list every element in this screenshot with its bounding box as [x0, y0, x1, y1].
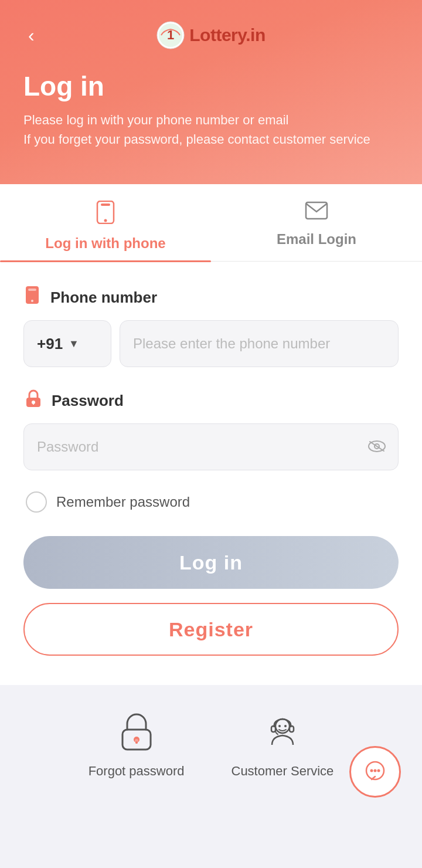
tab-phone[interactable]: Log in with phone: [0, 184, 211, 261]
forgot-password-link[interactable]: Forgot password: [89, 708, 185, 779]
bottom-links: Forgot password Custo: [0, 685, 422, 814]
page-title: Log in: [23, 70, 399, 102]
form-area: Phone number +91 ▼ Password: [0, 262, 422, 685]
svg-point-9: [31, 300, 33, 302]
back-button[interactable]: ‹: [23, 23, 39, 47]
country-code-selector[interactable]: +91 ▼: [23, 320, 111, 367]
svg-rect-23: [290, 726, 294, 732]
customer-service-label: Customer Service: [232, 764, 334, 779]
svg-rect-6: [306, 202, 327, 219]
remember-label: Remember password: [56, 494, 190, 510]
svg-rect-8: [28, 289, 36, 291]
chat-button[interactable]: [349, 746, 401, 798]
header: ‹ 1 Lottery.in Log in Please log in with…: [0, 0, 422, 184]
forgot-password-label: Forgot password: [89, 764, 185, 779]
forgot-password-icon: [113, 708, 160, 755]
tab-email-label: Email Login: [277, 231, 356, 247]
email-tab-icon: [305, 201, 328, 225]
tab-email[interactable]: Email Login: [211, 184, 422, 261]
customer-service-icon: [259, 708, 306, 755]
header-nav: ‹ 1 Lottery.in: [23, 21, 399, 49]
remember-row: Remember password: [23, 491, 399, 513]
tab-phone-underline: [0, 260, 211, 262]
customer-service-link[interactable]: Customer Service: [232, 708, 334, 779]
svg-point-24: [278, 725, 281, 727]
chevron-down-icon: ▼: [69, 338, 79, 350]
phone-tab-icon: [95, 201, 116, 229]
logo: 1 Lottery.in: [156, 21, 265, 49]
logo-icon: 1: [156, 21, 185, 49]
svg-point-27: [370, 769, 373, 772]
login-button[interactable]: Log in: [23, 536, 399, 589]
phone-label-row: Phone number: [23, 285, 399, 310]
register-button[interactable]: Register: [23, 603, 399, 656]
phone-section: Phone number +91 ▼: [23, 285, 399, 367]
svg-point-29: [377, 769, 380, 772]
password-section: Password: [23, 388, 399, 470]
svg-rect-12: [33, 402, 34, 405]
svg-line-15: [370, 442, 384, 451]
tab-phone-label: Log in with phone: [45, 235, 165, 252]
svg-rect-4: [101, 204, 110, 206]
phone-label: Phone number: [50, 289, 157, 307]
password-field-icon: [23, 388, 43, 413]
password-label-row: Password: [23, 388, 399, 413]
chat-icon: [363, 760, 387, 784]
svg-point-28: [374, 769, 377, 772]
phone-inputs: +91 ▼: [23, 320, 399, 367]
svg-point-25: [284, 725, 287, 727]
header-subtitle: Please log in with your phone number or …: [23, 110, 399, 149]
svg-point-5: [104, 219, 107, 222]
password-label: Password: [52, 392, 124, 410]
tabs: Log in with phone Email Login: [0, 184, 422, 262]
eye-icon[interactable]: [368, 437, 386, 457]
password-input-wrapper: [23, 423, 399, 470]
svg-rect-22: [271, 726, 275, 732]
phone-input[interactable]: [120, 320, 399, 367]
remember-checkbox[interactable]: [26, 491, 47, 513]
phone-field-icon: [23, 285, 42, 310]
svg-point-20: [135, 741, 138, 744]
logo-text: Lottery.in: [189, 25, 265, 45]
password-input[interactable]: [23, 423, 399, 470]
